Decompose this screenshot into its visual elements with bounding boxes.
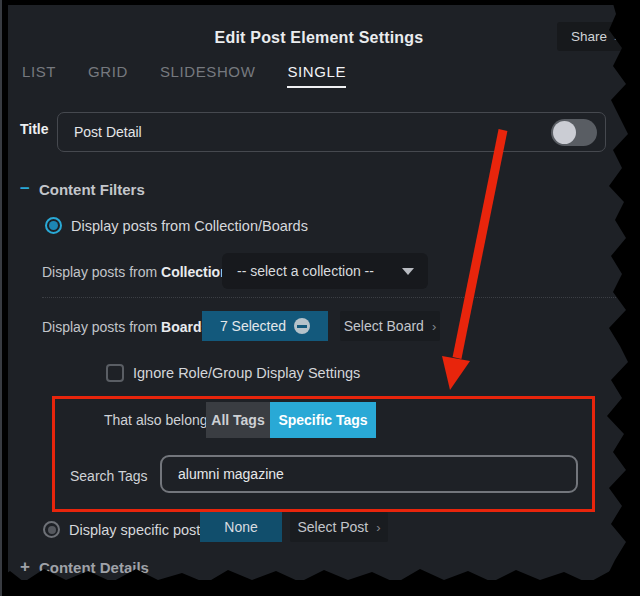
collection-label-prefix: Display posts from — [42, 264, 161, 280]
collapse-minus-icon: − — [20, 179, 30, 199]
title-field-label: Title — [20, 121, 49, 137]
collection-label-bold: Collection — [161, 264, 229, 280]
view-tabs: LIST GRID SLIDESHOW SINGLE — [22, 63, 346, 88]
chevron-right-icon: › — [376, 520, 380, 535]
title-field-value: Post Detail — [74, 124, 551, 140]
content-details-section-header[interactable]: + Content Details — [20, 557, 149, 577]
title-field[interactable]: Post Detail — [57, 112, 606, 152]
share-button[interactable]: Share › — [557, 22, 630, 51]
boards-label-prefix: Display posts from — [42, 319, 161, 335]
dialog-title: Edit Post Element Settings — [8, 29, 630, 47]
collection-dropdown-value: -- select a collection -- — [237, 263, 402, 279]
content-filters-label: Content Filters — [39, 181, 145, 198]
boards-selected-count-label: 7 Selected — [220, 318, 286, 334]
remove-selection-icon[interactable] — [294, 318, 310, 334]
tab-grid[interactable]: GRID — [88, 63, 128, 88]
content-filters-section-header[interactable]: − Content Filters — [20, 179, 145, 199]
chevron-right-icon: › — [614, 30, 618, 44]
search-tags-label: Search Tags — [70, 468, 148, 484]
checkbox-unchecked-icon[interactable] — [106, 364, 124, 382]
tab-slideshow[interactable]: SLIDESHOW — [160, 63, 255, 88]
search-tags-value: alumni magazine — [178, 466, 284, 482]
search-tags-input[interactable]: alumni magazine — [160, 455, 578, 493]
ignore-role-group-checkbox-row[interactable]: Ignore Role/Group Display Settings — [106, 364, 360, 382]
title-visibility-toggle[interactable] — [551, 119, 597, 146]
expand-plus-icon: + — [20, 557, 30, 577]
radio-display-from-collection-boards[interactable]: Display posts from Collection/Boards — [45, 217, 308, 234]
select-board-label: Select Board — [344, 318, 424, 334]
edit-post-element-settings-dialog: Edit Post Element Settings Share › LIST … — [8, 5, 630, 580]
radio-specific-label: Display specific post — [69, 522, 200, 538]
select-board-button[interactable]: Select Board › — [340, 311, 440, 341]
ignore-role-group-label: Ignore Role/Group Display Settings — [133, 365, 360, 381]
boards-row-label: Display posts from Boards — [42, 319, 209, 335]
content-details-label: Content Details — [39, 559, 149, 576]
share-button-label: Share — [571, 29, 607, 44]
radio-unselected-icon — [43, 521, 60, 538]
boards-selected-count-button[interactable]: 7 Selected — [202, 311, 328, 341]
radio-collections-label: Display posts from Collection/Boards — [71, 218, 308, 234]
all-tags-button[interactable]: All Tags — [206, 402, 270, 438]
dotted-divider — [42, 297, 620, 298]
specific-tags-button[interactable]: Specific Tags — [270, 402, 376, 438]
select-post-button[interactable]: Select Post › — [290, 512, 388, 542]
none-post-button[interactable]: None — [200, 512, 282, 542]
collection-select-dropdown[interactable]: -- select a collection -- — [222, 253, 428, 289]
caret-down-icon — [402, 268, 414, 275]
select-post-label: Select Post — [297, 519, 368, 535]
left-edge-strip — [0, 0, 2, 596]
chevron-right-icon: › — [432, 319, 436, 334]
tab-single[interactable]: SINGLE — [287, 63, 346, 88]
tab-list[interactable]: LIST — [22, 63, 56, 88]
collection-row-label: Display posts from Collection — [42, 264, 229, 280]
radio-display-specific-post[interactable]: Display specific post — [43, 521, 200, 538]
radio-selected-icon — [45, 217, 62, 234]
toggle-knob — [553, 121, 576, 144]
